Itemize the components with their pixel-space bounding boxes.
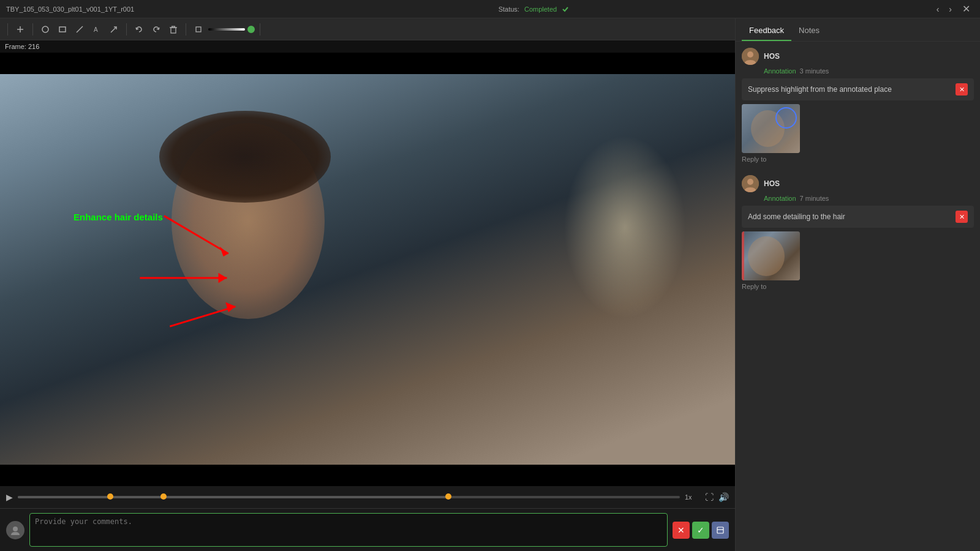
status-value: Completed: [524, 6, 557, 13]
video-placeholder: Enhance hair details: [0, 53, 735, 486]
annotation-time-2: 7 minutes: [800, 195, 829, 202]
volume-button[interactable]: 🔊: [718, 492, 729, 502]
main-layout: A F: [0, 18, 980, 551]
annotation-label-2: Annotation: [764, 195, 796, 202]
comment-area: ✕ ✓: [0, 508, 735, 551]
divider-2: [32, 23, 33, 36]
prev-button[interactable]: ‹: [933, 3, 943, 15]
toolbar: A: [0, 18, 735, 40]
timeline-marker-3: [445, 493, 451, 500]
divider-4: [186, 23, 186, 36]
checkmark-icon: [562, 6, 569, 13]
arrow-icon: [110, 25, 118, 34]
current-user-avatar: [6, 521, 24, 539]
svg-rect-3: [59, 27, 66, 32]
feedback-text-2: Add some detailing to the hair: [748, 212, 845, 221]
video-area[interactable]: Enhance hair details: [0, 53, 735, 486]
thumb-bg-2: [742, 231, 800, 280]
annotation-label-1: Annotation: [764, 67, 796, 75]
plus-icon: [16, 25, 24, 34]
feedback-item-2: HOS Annotation 7 minutes Add some detail…: [742, 175, 974, 290]
svg-point-23: [747, 51, 753, 58]
letterbox-bottom: [0, 465, 735, 486]
annotation-meta-1: Annotation 3 minutes: [742, 67, 974, 75]
hair-shape: [159, 111, 331, 203]
delete-feedback-2[interactable]: ✕: [956, 211, 968, 223]
thumbnail-img-1[interactable]: [742, 104, 800, 153]
feedback-message-2: Add some detailing to the hair ✕: [742, 206, 974, 228]
redo-icon: [152, 25, 160, 34]
reply-link-1[interactable]: Reply to: [742, 156, 974, 163]
user-name-2: HOS: [764, 179, 780, 188]
text-tool-button[interactable]: A: [89, 22, 104, 37]
panel-tabs: Feedback Notes: [736, 18, 980, 42]
annotation-meta-2: Annotation 7 minutes: [742, 195, 974, 202]
color-slider-track[interactable]: [208, 28, 245, 31]
svg-point-19: [13, 527, 18, 531]
speed-label: 1x: [685, 493, 700, 501]
feedback-header-2: HOS: [742, 175, 974, 192]
tab-feedback[interactable]: Feedback: [742, 21, 791, 41]
avatar-image-2: [742, 175, 759, 192]
timeline-marker-2: [160, 493, 167, 500]
reply-link-2[interactable]: Reply to: [742, 283, 974, 290]
circle-in-thumb-1: [775, 107, 797, 129]
comment-input[interactable]: [29, 513, 668, 547]
comment-cancel-button[interactable]: ✕: [673, 522, 690, 539]
frame-label-bar: Frame: 216: [0, 40, 735, 53]
nav-buttons: ‹ › ✕: [933, 2, 974, 16]
svg-rect-7: [171, 28, 176, 33]
light-area: [564, 135, 686, 319]
annotation-time-1: 3 minutes: [800, 67, 829, 75]
feedback-text-1: Suppress highlight from the annotated pl…: [748, 85, 892, 94]
fullscreen-button[interactable]: ⛶: [705, 492, 714, 502]
divider-5: [260, 23, 260, 36]
arrow-tool-button[interactable]: [107, 22, 121, 37]
trash-icon: [169, 25, 178, 34]
circle-tool-button[interactable]: [38, 22, 53, 37]
annotation-text: Enhance hair details: [74, 212, 163, 222]
svg-line-4: [77, 26, 83, 32]
line-tool-button[interactable]: [72, 22, 87, 37]
divider-1: [7, 23, 8, 36]
film-frame: [0, 74, 735, 465]
red-mark: [742, 231, 744, 280]
feedback-header-1: HOS: [742, 48, 974, 65]
next-button[interactable]: ›: [946, 3, 955, 15]
delete-tool-button[interactable]: [166, 22, 181, 37]
right-panel: Feedback Notes HOS Annotatio: [735, 18, 980, 551]
color-dot[interactable]: [247, 26, 255, 33]
timeline-marker-1: [107, 493, 113, 500]
add-tool-button[interactable]: [13, 22, 28, 37]
video-panel: A F: [0, 18, 735, 551]
user-avatar-2: [742, 175, 759, 192]
comment-attach-button[interactable]: [712, 522, 729, 539]
user-avatar-1: [742, 48, 759, 65]
thumb-bg-1: [742, 104, 800, 153]
rect-tool-button[interactable]: [55, 22, 70, 37]
top-bar: TBY_105_053_030_plt01_v001_1YT_r001 Stat…: [0, 0, 980, 18]
undo-button[interactable]: [132, 22, 146, 37]
svg-point-2: [42, 26, 48, 32]
crop-icon: [194, 25, 203, 34]
redo-button[interactable]: [149, 22, 164, 37]
crop-button[interactable]: [191, 22, 206, 37]
comment-action-buttons: ✕ ✓: [673, 522, 729, 539]
divider-3: [126, 23, 127, 36]
letterbox-top: [0, 53, 735, 74]
delete-feedback-1[interactable]: ✕: [956, 83, 968, 96]
tab-notes[interactable]: Notes: [791, 21, 827, 41]
user-name-1: HOS: [764, 52, 780, 61]
feedback-item-1: HOS Annotation 3 minutes Suppress highli…: [742, 48, 974, 163]
svg-rect-20: [717, 527, 723, 533]
rect-icon: [58, 25, 67, 34]
attach-icon: [716, 526, 725, 534]
thumbnail-2: [742, 231, 974, 280]
circle-icon: [41, 25, 50, 34]
comment-confirm-button[interactable]: ✓: [692, 522, 709, 539]
thumbnail-img-2[interactable]: [742, 231, 800, 280]
close-button[interactable]: ✕: [959, 2, 974, 16]
timeline[interactable]: [18, 496, 680, 498]
avatar-image-1: [742, 48, 759, 65]
play-button[interactable]: ▶: [6, 492, 13, 502]
